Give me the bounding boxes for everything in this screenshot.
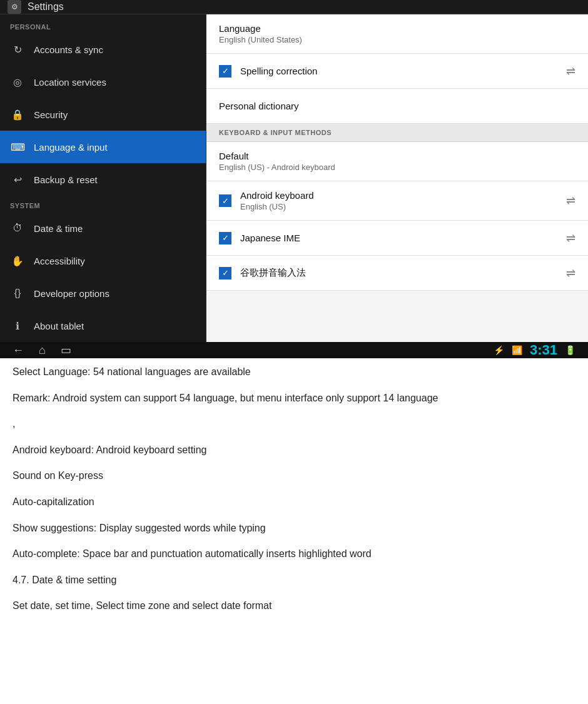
detail-item-android-keyboard[interactable]: ✓ Android keyboard English (US) ⇌ <box>206 181 588 221</box>
nav-status-area: ⚡ 📶 3:31 🔋 <box>494 342 575 358</box>
accounts-sync-icon: ↻ <box>10 42 25 57</box>
sidebar-item-about-tablet[interactable]: ℹ About tablet <box>0 309 206 342</box>
sidebar-item-label: Security <box>34 109 68 120</box>
detail-item-subtitle: English (US) - Android keyboard <box>219 163 575 172</box>
date-time-icon: ⏱ <box>10 221 25 236</box>
text-content-area: Select Language: 54 national languages a… <box>0 350 588 638</box>
sidebar-item-label: Location services <box>34 77 106 88</box>
detail-item-subtitle: English (US) <box>240 202 566 211</box>
detail-item-title: 谷歌拼音输入法 <box>240 267 566 279</box>
sidebar-item-security[interactable]: 🔒 Security <box>0 98 206 131</box>
sidebar: PERSONAL ↻ Accounts & sync ◎ Location se… <box>0 14 206 342</box>
sidebar-item-location-services[interactable]: ◎ Location services <box>0 66 206 98</box>
detail-item-title: Language <box>219 23 575 34</box>
text-line-3: , <box>13 416 575 432</box>
detail-item-title: Default <box>219 151 575 161</box>
security-icon: 🔒 <box>10 107 25 122</box>
text-line-5: Sound on Key-press <box>13 468 575 484</box>
settings-adjust-icon[interactable]: ⇌ <box>566 64 575 78</box>
detail-item-japanese-ime[interactable]: ✓ Japanese IME ⇌ <box>206 221 588 256</box>
back-button[interactable]: ← <box>13 344 24 357</box>
text-line-4: Android keyboard: Android keyboard setti… <box>13 442 575 458</box>
keyboard-section-divider: KEYBOARD & INPUT METHODS <box>206 124 588 142</box>
checkmark-icon: ✓ <box>222 268 229 278</box>
settings-app-icon: ⚙ <box>8 0 21 14</box>
checkmark-icon: ✓ <box>222 233 229 243</box>
japanese-ime-checkbox[interactable]: ✓ <box>219 232 231 244</box>
sidebar-item-backup-reset[interactable]: ↩ Backup & reset <box>0 163 206 196</box>
sim-icon: 📶 <box>512 345 522 355</box>
checkmark-icon: ✓ <box>222 66 229 76</box>
sidebar-item-label: Developer options <box>34 288 109 299</box>
detail-item-title: Personal dictionary <box>219 101 575 111</box>
system-section-header: SYSTEM <box>0 196 206 212</box>
sidebar-item-language-input[interactable]: ⌨ Language & input <box>0 131 206 163</box>
sidebar-item-accessibility[interactable]: ✋ Accessibility <box>0 244 206 277</box>
android-keyboard-checkbox[interactable]: ✓ <box>219 194 231 207</box>
battery-icon: 🔋 <box>565 345 575 355</box>
language-icon: ⌨ <box>10 139 25 154</box>
text-line-8: Auto-complete: Space bar and punctuation… <box>13 546 575 562</box>
title-bar: ⚙ Settings <box>0 0 588 14</box>
sidebar-item-label: Accessibility <box>34 256 85 266</box>
developer-icon: {} <box>10 286 25 301</box>
usb-icon: ⚡ <box>494 345 504 355</box>
sidebar-item-label: Date & time <box>34 223 83 234</box>
screenshot-area: ⚙ Settings PERSONAL ↻ Accounts & sync ◎ … <box>0 0 588 350</box>
text-line-2: Remark: Android system can support 54 la… <box>13 390 575 406</box>
text-line-7: Show suggestions: Display suggested word… <box>13 520 575 536</box>
backup-icon: ↩ <box>10 172 25 187</box>
sidebar-item-developer-options[interactable]: {} Developer options <box>0 277 206 309</box>
sidebar-item-label: Backup & reset <box>34 174 98 185</box>
settings-adjust-icon[interactable]: ⇌ <box>566 231 575 245</box>
detail-item-language[interactable]: Language English (United States) <box>206 14 588 54</box>
recent-button[interactable]: ▭ <box>61 343 71 357</box>
detail-panel: Language English (United States) ✓ Spell… <box>206 14 588 342</box>
checkmark-icon: ✓ <box>222 196 229 206</box>
sidebar-item-date-time[interactable]: ⏱ Date & time <box>0 212 206 244</box>
sidebar-item-label: Language & input <box>34 142 108 153</box>
sidebar-item-label: About tablet <box>34 321 84 331</box>
detail-item-title: Japanese IME <box>240 233 566 243</box>
text-line-10: Set date, set time, Select time zone and… <box>13 598 575 614</box>
detail-item-spelling-correction[interactable]: ✓ Spelling correction ⇌ <box>206 54 588 89</box>
clock-display: 3:31 <box>530 342 557 358</box>
detail-item-title: Android keyboard <box>240 190 566 201</box>
text-line-9: 4.7. Date & time setting <box>13 572 575 588</box>
spelling-correction-checkbox[interactable]: ✓ <box>219 65 231 78</box>
detail-item-google-pinyin[interactable]: ✓ 谷歌拼音输入法 ⇌ <box>206 256 588 291</box>
detail-item-default[interactable]: Default English (US) - Android keyboard <box>206 142 588 181</box>
text-line-1: Select Language: 54 national languages a… <box>13 364 575 380</box>
settings-adjust-icon[interactable]: ⇌ <box>566 266 575 280</box>
home-button[interactable]: ⌂ <box>39 344 46 357</box>
sidebar-item-label: Accounts & sync <box>34 44 103 55</box>
title-bar-text: Settings <box>28 1 64 13</box>
detail-item-subtitle: English (United States) <box>219 35 575 44</box>
location-icon: ◎ <box>10 74 25 89</box>
detail-item-personal-dictionary[interactable]: Personal dictionary <box>206 89 588 124</box>
sidebar-item-accounts-sync[interactable]: ↻ Accounts & sync <box>0 33 206 66</box>
google-pinyin-checkbox[interactable]: ✓ <box>219 267 231 279</box>
settings-adjust-icon[interactable]: ⇌ <box>566 194 575 208</box>
detail-item-title: Spelling correction <box>240 66 566 76</box>
personal-section-header: PERSONAL <box>0 17 206 33</box>
accessibility-icon: ✋ <box>10 253 25 268</box>
nav-bar: ← ⌂ ▭ ⚡ 📶 3:31 🔋 <box>0 342 588 358</box>
text-line-6: Auto-capitalization <box>13 494 575 510</box>
settings-body: PERSONAL ↻ Accounts & sync ◎ Location se… <box>0 14 588 342</box>
about-icon: ℹ <box>10 318 25 333</box>
nav-buttons: ← ⌂ ▭ <box>13 343 71 357</box>
